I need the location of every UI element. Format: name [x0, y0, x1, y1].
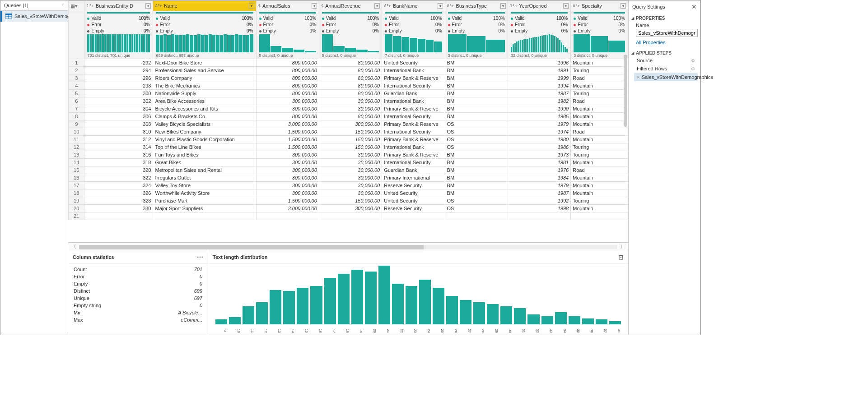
cell[interactable]: Road — [571, 166, 628, 174]
cell[interactable]: Primary Bank & Reserve — [382, 74, 445, 82]
column-header-BusinessEntityID[interactable]: 1²₃BusinessEntityID▾ — [84, 1, 153, 11]
cell[interactable]: Mountain — [571, 136, 628, 143]
cell[interactable]: 306 — [84, 113, 153, 120]
cell[interactable]: Valley Bicycle Specialists — [153, 120, 256, 128]
cell[interactable]: 312 — [84, 136, 153, 143]
cell[interactable]: 150,000.00 — [319, 136, 382, 143]
cell[interactable]: BM — [445, 90, 508, 97]
table-row[interactable]: 2294Professional Sales and Service800,00… — [69, 67, 628, 74]
table-row[interactable]: 13316Fun Toys and Bikes300,000.0030,000.… — [69, 151, 628, 159]
cell[interactable]: 1974 — [508, 128, 570, 136]
table-row[interactable]: 10310New Bikes Company1,500,000.00150,00… — [69, 128, 628, 136]
table-row[interactable]: 20330Major Sport Suppliers3,000,000.0030… — [69, 205, 628, 212]
chevron-down-icon[interactable]: ▾ — [312, 3, 317, 9]
horizontal-scrollbar[interactable]: 〈 〉 — [68, 243, 628, 251]
query-name-input[interactable] — [636, 29, 698, 37]
cell[interactable]: International Security — [382, 128, 445, 136]
cell[interactable]: Guardian Bank — [382, 166, 445, 174]
table-row[interactable]: 1292Next-Door Bike Store800,000.0080,000… — [69, 59, 628, 67]
cell[interactable]: Major Sport Suppliers — [153, 205, 256, 212]
cell[interactable]: 328 — [84, 197, 153, 205]
cell[interactable]: 298 — [84, 82, 153, 90]
cell[interactable]: 30,000.00 — [319, 174, 382, 182]
cell[interactable]: 800,000.00 — [256, 113, 319, 120]
cell[interactable]: BM — [445, 97, 508, 105]
table-row[interactable]: 8306Clamps & Brackets Co.800,000.0080,00… — [69, 113, 628, 120]
cell[interactable]: OS — [445, 143, 508, 151]
cell[interactable]: Road — [571, 128, 628, 136]
cell[interactable] — [153, 212, 256, 220]
cell[interactable]: 302 — [84, 97, 153, 105]
cell[interactable]: 300,000.00 — [256, 159, 319, 166]
cell[interactable]: BM — [445, 59, 508, 67]
cell[interactable]: BM — [445, 189, 508, 197]
cell[interactable]: Touring — [571, 151, 628, 159]
cell[interactable]: 1982 — [508, 97, 570, 105]
cell[interactable]: 150,000.00 — [319, 143, 382, 151]
cell[interactable]: 800,000.00 — [256, 90, 319, 97]
query-item[interactable]: Sales_vStoreWithDemographics — [0, 11, 68, 22]
scroll-left-icon[interactable]: 〈 — [71, 243, 76, 251]
cell[interactable]: 800,000.00 — [256, 59, 319, 67]
cell[interactable]: 320 — [84, 166, 153, 174]
cell[interactable]: 80,000.00 — [319, 113, 382, 120]
table-row[interactable]: 11312Vinyl and Plastic Goods Corporation… — [69, 136, 628, 143]
cell[interactable]: 326 — [84, 189, 153, 197]
cell[interactable]: 300,000.00 — [319, 205, 382, 212]
gear-icon[interactable]: ⚙ — [691, 66, 695, 71]
cell[interactable]: Road — [571, 97, 628, 105]
cell[interactable]: 800,000.00 — [256, 67, 319, 74]
properties-section[interactable]: ◢PROPERTIES — [631, 13, 698, 22]
table-row[interactable]: 7304Bicycle Accessories and Kits300,000.… — [69, 105, 628, 113]
cell[interactable]: Road — [571, 74, 628, 82]
cell[interactable]: 300,000.00 — [319, 120, 382, 128]
cell[interactable]: 1986 — [508, 143, 570, 151]
cell[interactable]: BM — [445, 67, 508, 74]
column-header-YearOpened[interactable]: 1²₃YearOpened▾ — [508, 1, 570, 11]
cell[interactable]: Irregulars Outlet — [153, 174, 256, 182]
cell[interactable]: Guardian Bank — [382, 90, 445, 97]
cell[interactable]: Primary Bank & Reserve — [382, 136, 445, 143]
cell[interactable] — [382, 212, 445, 220]
cell[interactable]: Mountain — [571, 174, 628, 182]
cell[interactable]: 296 — [84, 74, 153, 82]
cell[interactable]: Fun Toys and Bikes — [153, 151, 256, 159]
cell[interactable]: 80,000.00 — [319, 59, 382, 67]
cell[interactable]: 330 — [84, 205, 153, 212]
cell[interactable] — [508, 212, 570, 220]
cell[interactable]: 1979 — [508, 182, 570, 189]
cell[interactable]: Valley Toy Store — [153, 182, 256, 189]
cell[interactable]: 1992 — [508, 197, 570, 205]
cell[interactable]: 1976 — [508, 166, 570, 174]
cell[interactable]: Bicycle Accessories and Kits — [153, 105, 256, 113]
cell[interactable]: BM — [445, 82, 508, 90]
cell[interactable]: 300,000.00 — [256, 174, 319, 182]
cell[interactable]: International Security — [382, 159, 445, 166]
delete-step-icon[interactable]: ✕ — [637, 74, 640, 80]
cell[interactable]: 1994 — [508, 82, 570, 90]
cell[interactable]: 1987 — [508, 90, 570, 97]
cell[interactable]: Mountain — [571, 113, 628, 120]
cell[interactable]: 30,000.00 — [319, 159, 382, 166]
cell[interactable]: 30,000.00 — [319, 189, 382, 197]
table-row[interactable]: 5300Nationwide Supply800,000.0080,000.00… — [69, 90, 628, 97]
column-header-BusinessType[interactable]: AᴮᴄBusinessType▾ — [445, 1, 508, 11]
cell[interactable]: 1,500,000.00 — [256, 136, 319, 143]
cell[interactable]: 30,000.00 — [319, 151, 382, 159]
chevron-down-icon[interactable]: ▾ — [621, 3, 626, 9]
column-header-Name[interactable]: AᴮᴄName▾ — [153, 1, 256, 11]
cell[interactable]: Area Bike Accessories — [153, 97, 256, 105]
table-row[interactable]: 17324Valley Toy Store300,000.0030,000.00… — [69, 182, 628, 189]
table-corner[interactable]: ▦▾ — [69, 1, 84, 11]
cell[interactable]: Mountain — [571, 82, 628, 90]
cell[interactable]: International Security — [382, 82, 445, 90]
cell[interactable]: 318 — [84, 159, 153, 166]
cell[interactable]: 300,000.00 — [256, 151, 319, 159]
cell[interactable]: 300,000.00 — [256, 189, 319, 197]
cell[interactable]: 314 — [84, 143, 153, 151]
table-row[interactable]: 15320Metropolitan Sales and Rental300,00… — [69, 166, 628, 174]
column-header-BankName[interactable]: AᴮᴄBankName▾ — [382, 1, 445, 11]
cell[interactable]: United Security — [382, 189, 445, 197]
cell[interactable]: BM — [445, 174, 508, 182]
table-row[interactable]: 6302Area Bike Accessories300,000.0030,00… — [69, 97, 628, 105]
